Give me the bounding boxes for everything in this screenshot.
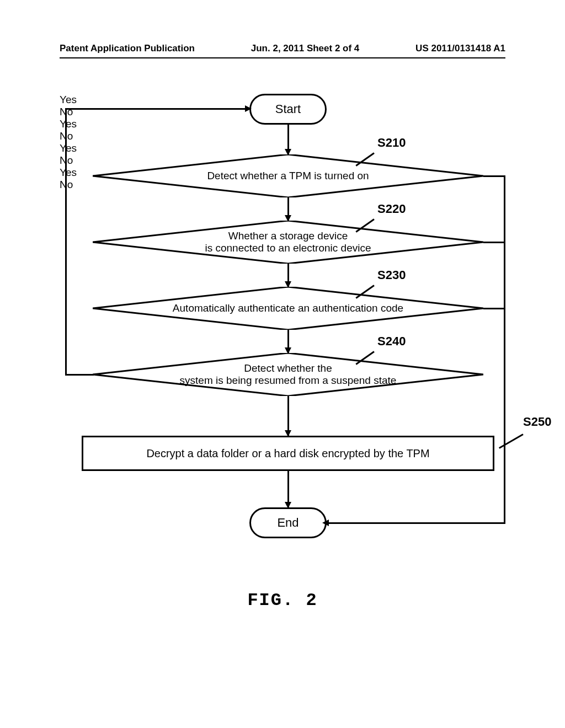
label-s210: S210 [377, 136, 406, 150]
decision-s240: Detect whether the system is being resum… [93, 353, 483, 396]
arrowhead-end-right [322, 520, 329, 526]
decision-s230: Automatically authenticate an authentica… [93, 287, 483, 330]
s220-text1: Whether a storage device [228, 230, 348, 242]
leader-s250 [499, 433, 524, 449]
no-stub-s230 [483, 308, 505, 309]
s220-no: No [60, 130, 505, 142]
header-center: Jun. 2, 2011 Sheet 2 of 4 [251, 43, 360, 54]
no-bus-right [504, 175, 505, 524]
yes-bus-to-start [65, 108, 247, 110]
s210-text: Detect whether a TPM is turned on [207, 170, 369, 182]
end-label: End [277, 516, 299, 530]
s230-text: Automatically authenticate an authentica… [173, 302, 403, 314]
flowchart: Start Detect whether a TPM is turned on … [60, 94, 505, 546]
s240-text2: system is being resumed from a suspend s… [180, 374, 397, 387]
label-s220: S220 [377, 202, 406, 216]
process-s250: Decrypt a data folder or a hard disk enc… [82, 436, 494, 471]
yes-bus-left [65, 108, 67, 376]
s230-yes: Yes [60, 142, 505, 154]
s220-text2: is connected to an electronic device [205, 242, 371, 254]
figure-caption: FIG. 2 [0, 590, 565, 611]
decision-s220: Whether a storage device is connected to… [93, 221, 483, 264]
no-stub-s210 [483, 175, 505, 177]
no-stub-s220 [483, 242, 505, 243]
start-label: Start [275, 102, 301, 116]
label-s250: S250 [523, 415, 551, 429]
arrowhead-start-left [245, 105, 252, 112]
no-bus-to-end [327, 522, 505, 524]
page-header: Patent Application Publication Jun. 2, 2… [60, 43, 505, 54]
patent-page: Patent Application Publication Jun. 2, 2… [0, 0, 565, 728]
start-terminal: Start [249, 94, 327, 125]
label-s230: S230 [377, 268, 406, 282]
yes-stub-s240 [65, 374, 94, 376]
header-right: US 2011/0131418 A1 [415, 43, 505, 54]
label-s240: S240 [377, 334, 406, 349]
end-terminal: End [249, 507, 327, 538]
decision-s210: Detect whether a TPM is turned on [93, 154, 483, 197]
header-rule [60, 57, 505, 58]
header-left: Patent Application Publication [60, 43, 195, 54]
s240-text1: Detect whether the [244, 362, 332, 374]
s250-text: Decrypt a data folder or a hard disk enc… [146, 447, 429, 460]
